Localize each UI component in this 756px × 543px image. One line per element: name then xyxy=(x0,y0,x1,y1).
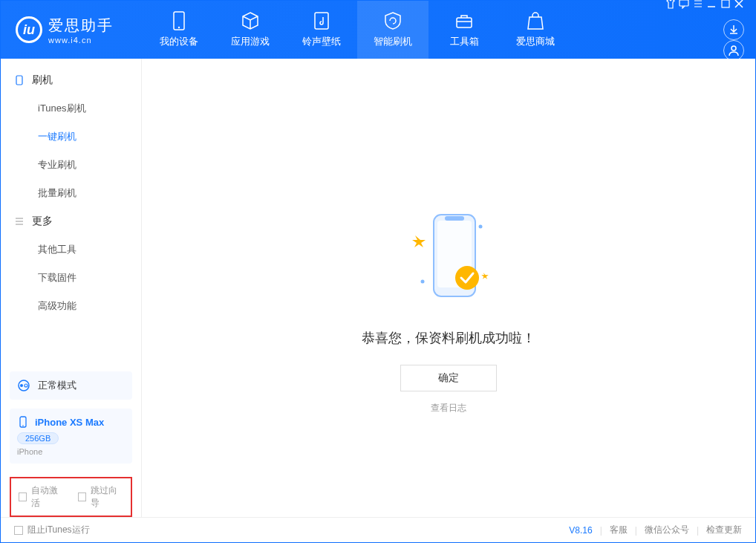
tab-label: 应用游戏 xyxy=(231,35,270,48)
music-file-icon xyxy=(312,11,331,30)
svg-marker-14 xyxy=(481,273,489,279)
tab-apps[interactable]: 应用游戏 xyxy=(215,1,286,59)
list-icon xyxy=(14,216,25,227)
checkbox-icon xyxy=(14,526,23,535)
device-storage: 256GB xyxy=(17,432,59,444)
sidebar-item-itunes-flash[interactable]: iTunes刷机 xyxy=(1,94,141,123)
checkbox-label: 自动激活 xyxy=(31,484,64,510)
svg-rect-3 xyxy=(457,18,472,27)
success-message: 恭喜您，保资料刷机成功啦！ xyxy=(362,329,535,347)
tab-label: 铃声壁纸 xyxy=(302,35,341,48)
top-nav: 我的设备 应用游戏 铃声壁纸 智能刷机 xyxy=(143,1,571,59)
feedback-icon[interactable] xyxy=(679,0,689,11)
bag-icon xyxy=(526,11,545,30)
sidebar-item-batch-flash[interactable]: 批量刷机 xyxy=(1,179,141,207)
app-window: iu 爱思助手 www.i4.cn 我的设备 应用游戏 xyxy=(0,0,756,543)
app-subtitle: www.i4.cn xyxy=(48,36,114,45)
sidebar: 刷机 iTunes刷机 一键刷机 专业刷机 批量刷机 更多 其他工具 下载固件 … xyxy=(1,59,142,517)
svg-rect-2 xyxy=(315,13,328,29)
tab-label: 智能刷机 xyxy=(374,35,412,48)
device-name: iPhone XS Max xyxy=(35,417,104,428)
svg-point-6 xyxy=(731,46,736,51)
download-icon[interactable] xyxy=(723,19,744,40)
sidebar-item-other-tools[interactable]: 其他工具 xyxy=(1,235,141,264)
checkbox-label: 跳过向导 xyxy=(91,484,123,510)
checkbox-icon xyxy=(19,492,27,501)
minimize-icon[interactable] xyxy=(706,0,717,11)
tab-label: 工具箱 xyxy=(450,35,479,48)
toolbox-icon xyxy=(454,11,474,30)
svg-marker-13 xyxy=(412,235,426,247)
normal-mode-icon xyxy=(17,379,30,392)
menu-icon[interactable] xyxy=(693,0,703,11)
svg-rect-4 xyxy=(680,0,688,6)
cube-icon xyxy=(241,11,260,30)
main-content: 恭喜您，保资料刷机成功啦！ 确定 查看日志 xyxy=(142,59,755,517)
checkbox-icon xyxy=(78,492,86,501)
app-title: 爱思助手 xyxy=(48,16,114,36)
view-log-link[interactable]: 查看日志 xyxy=(431,402,466,414)
svg-point-12 xyxy=(22,425,24,426)
success-illustration xyxy=(393,207,504,307)
checkbox-auto-activate[interactable]: 自动激活 xyxy=(19,484,65,510)
checkbox-block-itunes[interactable]: 阻止iTunes运行 xyxy=(14,524,90,536)
group-title: 刷机 xyxy=(32,74,53,87)
svg-point-20 xyxy=(455,266,479,290)
device-panel[interactable]: iPhone XS Max 256GB iPhone xyxy=(10,409,132,464)
sidebar-item-one-click-flash[interactable]: 一键刷机 xyxy=(1,123,141,151)
device-icon xyxy=(17,416,29,428)
close-icon[interactable] xyxy=(734,0,744,11)
shield-refresh-icon xyxy=(383,11,403,30)
phone-icon xyxy=(169,11,189,30)
svg-rect-5 xyxy=(722,0,729,7)
mode-label: 正常模式 xyxy=(38,379,76,392)
svg-rect-19 xyxy=(445,216,464,221)
svg-point-15 xyxy=(421,280,425,284)
tshirt-icon[interactable] xyxy=(665,0,676,11)
window-controls xyxy=(665,0,744,61)
user-icon[interactable] xyxy=(723,40,744,61)
svg-rect-7 xyxy=(16,76,22,85)
tab-flash[interactable]: 智能刷机 xyxy=(357,1,428,59)
app-logo: iu 爱思助手 www.i4.cn xyxy=(16,16,114,45)
phone-outline-icon xyxy=(14,75,25,85)
group-title: 更多 xyxy=(32,215,53,228)
maximize-icon[interactable] xyxy=(720,0,731,11)
support-link[interactable]: 客服 xyxy=(610,524,628,536)
svg-point-1 xyxy=(178,27,180,28)
tab-label: 爱思商城 xyxy=(516,35,555,48)
tab-label: 我的设备 xyxy=(160,35,198,48)
sidebar-item-download-firmware[interactable]: 下载固件 xyxy=(1,264,141,292)
sidebar-item-advanced[interactable]: 高级功能 xyxy=(1,292,141,320)
tab-store[interactable]: 爱思商城 xyxy=(500,1,571,59)
check-update-link[interactable]: 检查更新 xyxy=(706,524,742,536)
mode-panel[interactable]: 正常模式 xyxy=(10,371,132,400)
body: 刷机 iTunes刷机 一键刷机 专业刷机 批量刷机 更多 其他工具 下载固件 … xyxy=(1,59,755,517)
sidebar-item-pro-flash[interactable]: 专业刷机 xyxy=(1,151,141,179)
svg-point-10 xyxy=(25,384,27,387)
tab-ringtones[interactable]: 铃声壁纸 xyxy=(286,1,357,59)
status-bar: 阻止iTunes运行 V8.16 | 客服 | 微信公众号 | 检查更新 xyxy=(1,517,755,542)
tab-my-device[interactable]: 我的设备 xyxy=(143,1,215,59)
checkbox-label: 阻止iTunes运行 xyxy=(27,524,90,536)
sidebar-group-flash: 刷机 xyxy=(1,66,141,94)
options-row: 自动激活 跳过向导 xyxy=(10,477,132,517)
tab-toolbox[interactable]: 工具箱 xyxy=(428,1,500,59)
version-label: V8.16 xyxy=(569,525,592,536)
logo-icon: iu xyxy=(16,16,42,43)
title-bar: iu 爱思助手 www.i4.cn 我的设备 应用游戏 xyxy=(1,1,755,59)
sidebar-group-more: 更多 xyxy=(1,207,141,235)
wechat-link[interactable]: 微信公众号 xyxy=(645,524,689,536)
checkbox-skip-guide[interactable]: 跳过向导 xyxy=(78,484,124,510)
ok-button[interactable]: 确定 xyxy=(400,365,497,391)
device-model: iPhone xyxy=(17,447,125,456)
svg-point-16 xyxy=(479,225,483,229)
svg-point-9 xyxy=(20,384,23,387)
